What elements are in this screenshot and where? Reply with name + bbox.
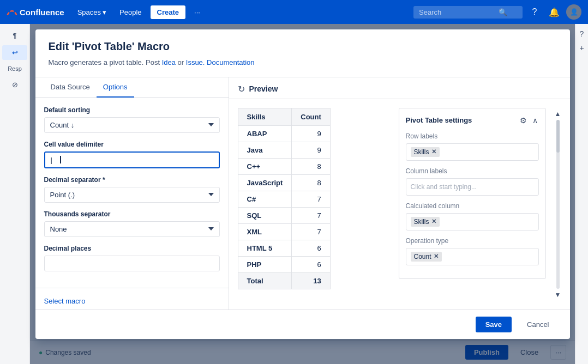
col-header-count: Count	[292, 108, 331, 125]
refresh-icon: ↻	[238, 84, 245, 94]
right-add-button[interactable]: +	[577, 43, 587, 53]
create-button[interactable]: Create	[151, 5, 185, 19]
thousands-separator-select[interactable]: NonePoint (.)Comma (,)	[44, 221, 220, 237]
count-cell: 7	[292, 191, 331, 207]
idea-link[interactable]: Idea	[162, 58, 176, 66]
left-panel-btn-3[interactable]: Resp	[2, 62, 27, 75]
logo: Confluence	[7, 7, 64, 17]
operation-type-input[interactable]: Count ✕	[406, 248, 539, 265]
preview-header: ↻ Preview	[229, 77, 570, 99]
pivot-table-wrap: Skills Count ABAP9Java9C++8JavaScript8C#…	[238, 108, 390, 301]
column-labels-label: Column labels	[406, 167, 539, 175]
config-panel: Data Source Options Default sorting C	[35, 77, 229, 310]
decimal-separator-label: Decimal separator *	[44, 176, 220, 184]
default-sorting-label: Default sorting	[44, 106, 220, 114]
skill-cell: C++	[238, 158, 292, 174]
search-box[interactable]: 🔍	[413, 6, 523, 19]
search-icon: 🔍	[499, 8, 507, 16]
modal-header: Edit 'Pivot Table' Macro Macro generates…	[35, 29, 570, 77]
calculated-column-input[interactable]: Skills ✕	[406, 213, 539, 230]
save-button[interactable]: Save	[476, 317, 512, 332]
skill-cell: Java	[238, 142, 292, 158]
modal: Edit 'Pivot Table' Macro Macro generates…	[35, 29, 570, 339]
settings-panel-title: Pivot Table settings	[406, 116, 472, 124]
row-labels-tag-remove[interactable]: ✕	[431, 148, 436, 155]
cell-value-delimiter-label: Cell value delimiter	[44, 141, 220, 148]
calculated-column-tag: Skills ✕	[411, 217, 440, 227]
issue-link[interactable]: Issue.	[186, 58, 205, 66]
skill-cell: PHP	[238, 256, 292, 272]
cell-value-delimiter-group: Cell value delimiter	[44, 141, 220, 168]
column-labels-section: Column labels Click and start typing...	[406, 167, 539, 196]
tab-options[interactable]: Options	[97, 77, 134, 98]
total-row: Total13	[238, 272, 330, 289]
more-button[interactable]: ···	[190, 6, 205, 19]
left-panel-btn-4[interactable]: ⊘	[2, 77, 27, 92]
decimal-places-input[interactable]	[44, 256, 220, 271]
spaces-button[interactable]: Spaces ▾	[73, 6, 111, 19]
decimal-places-label: Decimal places	[44, 245, 220, 252]
thousands-separator-group: Thousands separator NonePoint (.)Comma (…	[44, 210, 220, 237]
settings-icons: ⚙ ∧	[519, 115, 539, 126]
content-area: Para... Edit 'Pivot Table' Macro Macro g…	[30, 24, 575, 364]
notifications-button[interactable]: 🔔	[547, 4, 562, 20]
count-cell: 6	[292, 240, 331, 256]
documentation-link[interactable]: Documentation	[207, 58, 254, 66]
settings-collapse-button[interactable]: ∧	[531, 115, 539, 126]
modal-title: Edit 'Pivot Table' Macro	[49, 40, 557, 53]
topnav: Confluence Spaces ▾ People Create ··· 🔍 …	[0, 0, 588, 24]
settings-panel-header: Pivot Table settings ⚙ ∧	[406, 115, 539, 126]
preview-title: Preview	[249, 84, 278, 93]
count-cell: 7	[292, 207, 331, 223]
main-area: ¶ ↩ Resp ⊘ Para... Edit 'Pivot Table' Ma…	[0, 24, 588, 364]
preview-body: Skills Count ABAP9Java9C++8JavaScript8C#…	[229, 99, 570, 310]
operation-type-tag-remove[interactable]: ✕	[434, 253, 439, 260]
right-sidebar: ? +	[575, 24, 588, 364]
config-content: Default sorting Count ↓Count ↑Name A-ZNa…	[35, 98, 229, 288]
calculated-column-tag-remove[interactable]: ✕	[431, 218, 436, 225]
table-row: C#7	[238, 191, 330, 207]
row-labels-section: Row labels Skills ✕	[406, 132, 539, 161]
count-cell: 8	[292, 158, 331, 174]
search-input[interactable]	[419, 8, 495, 16]
pivot-settings-panel: Pivot Table settings ⚙ ∧ Row labels	[399, 108, 546, 279]
paragraph-icon: ¶	[13, 32, 17, 40]
avatar[interactable]: 👤	[566, 4, 581, 20]
default-sorting-group: Default sorting Count ↓Count ↑Name A-ZNa…	[44, 106, 220, 133]
undo-icon: ↩	[12, 48, 18, 57]
col-header-skills: Skills	[238, 108, 292, 125]
right-help-button[interactable]: ?	[577, 28, 587, 39]
left-panel-btn-1[interactable]: ¶	[2, 28, 27, 43]
decimal-separator-select[interactable]: Point (.)Comma (,)	[44, 187, 220, 203]
count-cell: 9	[292, 142, 331, 158]
select-macro-link[interactable]: Select macro	[35, 288, 229, 310]
default-sorting-select[interactable]: Count ↓Count ↑Name A-ZName Z-A	[44, 117, 220, 133]
skill-cell: HTML 5	[238, 240, 292, 256]
table-row: HTML 56	[238, 240, 330, 256]
skill-cell: ABAP	[238, 125, 292, 142]
tab-data-source[interactable]: Data Source	[44, 77, 97, 98]
table-row: XML7	[238, 223, 330, 240]
modal-description: Macro generates a pivot table. Post Idea…	[49, 57, 557, 68]
cell-value-delimiter-input[interactable]	[44, 151, 220, 168]
operation-type-section: Operation type Count ✕	[406, 237, 539, 265]
column-labels-input[interactable]: Click and start typing...	[406, 178, 539, 196]
settings-gear-button[interactable]: ⚙	[519, 115, 528, 126]
skill-cell: C#	[238, 191, 292, 207]
table-row: C++8	[238, 158, 330, 174]
preview-scrollbar[interactable]: ▲ ▼	[555, 108, 561, 301]
calculated-column-section: Calculated column Skills ✕	[406, 202, 539, 230]
count-cell: 6	[292, 256, 331, 272]
skill-cell: SQL	[238, 207, 292, 223]
count-cell: 9	[292, 125, 331, 142]
scroll-down-btn[interactable]: ▼	[554, 290, 562, 300]
people-button[interactable]: People	[115, 6, 146, 19]
chevron-down-icon: ▾	[103, 8, 106, 16]
pivot-table: Skills Count ABAP9Java9C++8JavaScript8C#…	[238, 108, 331, 289]
scroll-up-btn[interactable]: ▲	[554, 109, 562, 119]
config-tabs: Data Source Options	[35, 77, 229, 98]
row-labels-input[interactable]: Skills ✕	[406, 143, 539, 161]
cancel-button[interactable]: Cancel	[517, 317, 559, 332]
help-button[interactable]: ?	[527, 4, 542, 20]
left-panel-btn-2[interactable]: ↩	[2, 45, 27, 60]
